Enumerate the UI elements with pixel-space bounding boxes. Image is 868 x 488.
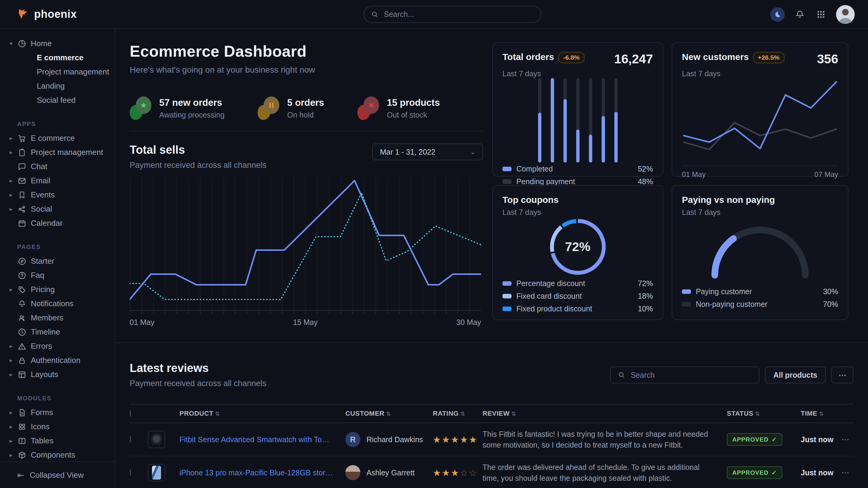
column-header-status[interactable]: STATUS⇅ — [727, 410, 801, 418]
date-range-select[interactable]: Mar 1 - 31, 2022 ⌄ — [372, 143, 483, 160]
sidebar-item-label: Authentication — [31, 356, 81, 365]
tag-icon — [18, 285, 27, 294]
clipboard-icon — [18, 148, 27, 157]
sort-icon: ⇅ — [215, 411, 220, 417]
brand-logo[interactable]: phoenix — [0, 8, 77, 21]
sidebar-item-label: Icons — [31, 422, 50, 431]
sidebar-item-timeline[interactable]: Timeline — [0, 325, 115, 339]
sidebar-item-label: Starter — [31, 257, 54, 266]
table-row: Fitbit Sense Advanced Smartwatch with To… — [130, 423, 854, 456]
row-more-icon[interactable]: ⋯ — [841, 468, 854, 478]
orders-bar-chart — [502, 78, 653, 162]
legend-row: Non-paying customer 70% — [682, 298, 838, 311]
sidebar-item-e-commerce[interactable]: ▸E commerce — [0, 131, 115, 145]
sidebar-item-label: Project management — [31, 148, 103, 157]
sidebar-sections: ▾HomeE commerceProject managementLanding… — [0, 36, 115, 462]
stat-item: ×15 productsOut of stock — [358, 96, 440, 120]
card-title: Total orders — [502, 52, 554, 62]
reviews-search — [610, 366, 760, 383]
row-more-icon[interactable]: ⋯ — [841, 435, 854, 444]
x-label-end: 07 May — [814, 170, 838, 179]
sidebar-item-faq[interactable]: Faq — [0, 268, 115, 283]
sidebar-item-label: Members — [31, 313, 63, 323]
coupons-donut-chart: 72% — [502, 217, 653, 277]
sidebar-item-notifications[interactable]: Notifications — [0, 297, 115, 311]
row-checkbox[interactable] — [130, 469, 131, 476]
product-link[interactable]: Fitbit Sense Advanced Smartwatch with To… — [180, 435, 345, 444]
sidebar-item-pricing[interactable]: ▸Pricing — [0, 283, 115, 297]
sidebar-item-label: Timeline — [31, 327, 60, 337]
legend-value: 48% — [638, 177, 653, 186]
legend-label: Fixed card discount — [516, 292, 582, 300]
sidebar-item-icons[interactable]: ▸Icons — [0, 420, 115, 434]
global-search-input[interactable] — [364, 6, 541, 23]
customer-name: Ashley Garrett — [367, 468, 415, 477]
components-icon — [18, 451, 27, 460]
chevron-down-icon: ⌄ — [470, 148, 475, 156]
trend-badge: +26.5% — [753, 52, 784, 63]
reviews-search-input[interactable] — [610, 366, 760, 383]
caret-right-icon: ▸ — [10, 423, 18, 430]
sidebar-subitem-landing[interactable]: Landing — [0, 79, 115, 93]
table-icon — [18, 436, 27, 446]
card-title: Paying vs non paying — [682, 195, 775, 205]
legend-label: Non-paying customer — [696, 300, 768, 308]
notifications-bell-icon[interactable] — [794, 8, 806, 21]
sort-icon: ⇅ — [819, 411, 824, 417]
sidebar-item-calendar[interactable]: Calendar — [0, 216, 115, 230]
column-header-customer[interactable]: CUSTOMER⇅ — [345, 410, 433, 418]
sidebar-item-email[interactable]: ▸Email — [0, 174, 115, 188]
sidebar-item-errors[interactable]: ▸Errors — [0, 339, 115, 353]
sidebar-item-components[interactable]: ▸Components — [0, 448, 115, 462]
all-products-button[interactable]: All products — [765, 366, 826, 383]
collapsed-view-toggle[interactable]: ⇤ Collapsed View — [0, 461, 115, 488]
legend-row: Fixed product discount 10% — [502, 302, 653, 315]
sidebar-subitem-social-feed[interactable]: Social feed — [0, 93, 115, 107]
column-header-review[interactable]: REVIEW⇅ — [483, 410, 727, 418]
paying-vs-nonpaying-card: Paying vs non paying Last 7 days Paying … — [672, 185, 848, 320]
sidebar-item-chat[interactable]: Chat — [0, 159, 115, 174]
sidebar-item-layouts[interactable]: ▸Layouts — [0, 367, 115, 382]
caret-right-icon: ▸ — [10, 177, 18, 184]
customer-name: Richard Dawkins — [367, 435, 423, 444]
sidebar-item-label: Email — [31, 176, 50, 185]
sidebar: ▾HomeE commerceProject managementLanding… — [0, 29, 115, 488]
compass-icon — [18, 257, 27, 266]
search-icon — [371, 11, 378, 18]
row-checkbox[interactable] — [130, 436, 131, 443]
legend-value: 18% — [638, 292, 653, 300]
column-header-time[interactable]: TIME⇅ — [801, 410, 841, 418]
total-orders-card: Total orders -6.8% 16,247 Last 7 days Co… — [492, 42, 663, 176]
legend-value: 52% — [638, 165, 653, 173]
theme-moon-icon[interactable] — [770, 7, 785, 22]
share-icon — [18, 205, 27, 214]
sidebar-item-project-management[interactable]: ▸Project management — [0, 145, 115, 159]
product-thumbnail[interactable] — [148, 464, 165, 481]
more-options-button[interactable]: ⋯ — [831, 366, 854, 383]
select-all-checkbox[interactable] — [130, 410, 131, 417]
sidebar-item-label: Notifications — [31, 299, 73, 308]
legend-label: Percentage discount — [516, 279, 585, 288]
sidebar-item-tables[interactable]: ▸Tables — [0, 434, 115, 448]
sidebar-item-social[interactable]: ▸Social — [0, 202, 115, 216]
sidebar-item-members[interactable]: Members — [0, 311, 115, 325]
profile-avatar[interactable] — [836, 5, 855, 24]
sidebar-subitem-project-management[interactable]: Project management — [0, 65, 115, 79]
sidebar-item-starter[interactable]: Starter — [0, 254, 115, 268]
lock-icon — [18, 356, 27, 365]
column-header-rating[interactable]: RATING⇅ — [433, 410, 483, 418]
sidebar-item-forms[interactable]: ▸Forms — [0, 405, 115, 420]
product-thumbnail[interactable] — [148, 431, 165, 448]
legend-label: Pending payment — [516, 177, 575, 186]
nine-dots-grid-icon[interactable] — [815, 8, 827, 21]
product-link[interactable]: iPhone 13 pro max-Pacific Blue-128GB sto… — [180, 468, 345, 477]
bell-icon — [18, 299, 27, 308]
sidebar-item-home[interactable]: ▾Home — [0, 36, 115, 51]
avatar — [345, 465, 361, 480]
total-sells-subtitle: Payment received across all channels — [130, 161, 266, 170]
sidebar-item-authentication[interactable]: ▸Authentication — [0, 353, 115, 367]
legend-value: 72% — [638, 279, 653, 288]
column-header-product[interactable]: PRODUCT⇅ — [180, 410, 345, 418]
sidebar-subitem-e-commerce[interactable]: E commerce — [0, 51, 115, 65]
sidebar-item-events[interactable]: ▸Events — [0, 188, 115, 202]
